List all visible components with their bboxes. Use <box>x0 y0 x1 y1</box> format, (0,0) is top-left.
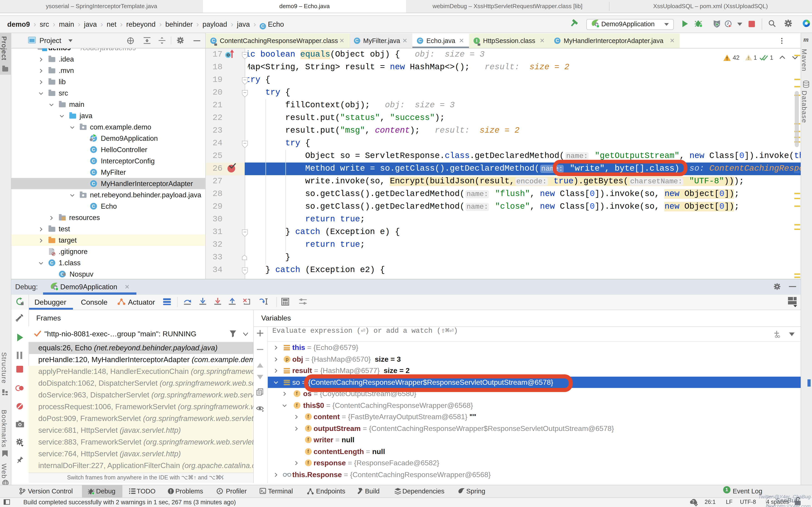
svg-text:?: ? <box>692 500 695 504</box>
